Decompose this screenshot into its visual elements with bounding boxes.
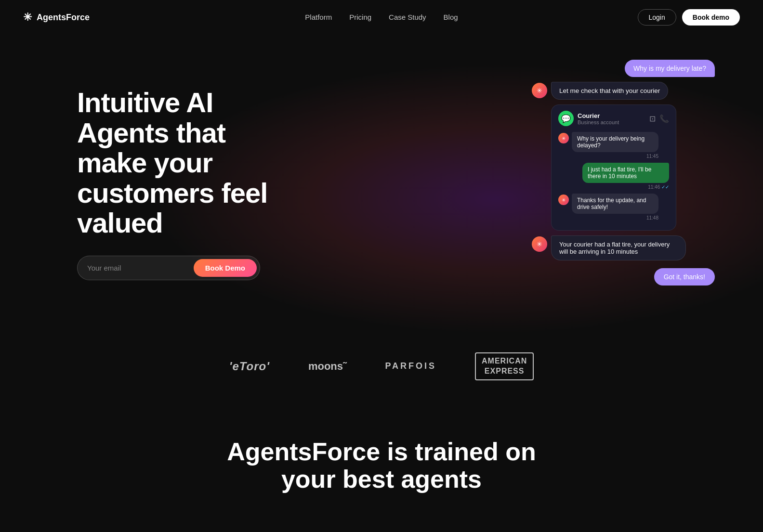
agent-row-1: ✳ Let me check that with your courier xyxy=(532,82,715,100)
whatsapp-name: Courier xyxy=(578,112,619,119)
hero-content: Intuitive AI Agents that make your custo… xyxy=(0,88,299,280)
login-button[interactable]: Login xyxy=(638,9,676,26)
msg-avatar-q2: ✳ xyxy=(558,195,569,205)
msg-time-q1: 11:45 xyxy=(572,154,658,159)
tick-icon: ✓✓ xyxy=(661,184,669,190)
nav-case-study[interactable]: Case Study xyxy=(389,13,426,21)
whatsapp-avatar: 💬 xyxy=(558,111,574,126)
msg-row-a1: I just had a flat tire, I'll be there in… xyxy=(558,163,669,190)
agent-bubble-2: Your courier had a flat tire, your deliv… xyxy=(551,235,686,260)
logo-etoro: 'eToro' xyxy=(229,360,270,373)
bottom-section: AgentsForce is trained on your best agen… xyxy=(0,409,763,503)
nav-actions: Login Book demo xyxy=(638,9,740,26)
hero-section: Intuitive AI Agents that make your custo… xyxy=(0,35,763,333)
navbar: ✳ AgentsForce Platform Pricing Case Stud… xyxy=(0,0,763,35)
whatsapp-sub: Business account xyxy=(578,119,619,125)
msg-bubble-q1: Why is your delivery being delayed? xyxy=(572,132,658,152)
msg-avatar-q1: ✳ xyxy=(558,133,569,143)
agent-bubble-1: Let me check that with your courier xyxy=(551,82,668,100)
brand-name: AgentsForce xyxy=(37,13,90,23)
msg-bubble-a1: I just had a flat tire, I'll be there in… xyxy=(582,163,669,183)
email-form: Book Demo xyxy=(77,256,260,280)
logo-moons: moons˜ xyxy=(308,360,346,373)
agent-avatar-2: ✳ xyxy=(532,236,547,252)
nav-links: Platform Pricing Case Study Blog xyxy=(305,13,458,22)
hero-title: Intuitive AI Agents that make your custo… xyxy=(77,88,299,238)
phone-icon: 📞 xyxy=(659,114,669,123)
agent-row-2: ✳ Your courier had a flat tire, your del… xyxy=(532,235,715,260)
nav-blog[interactable]: Blog xyxy=(444,13,458,21)
whatsapp-header-left: 💬 Courier Business account xyxy=(558,111,619,126)
user-bubble-1: Why is my delivery late? xyxy=(625,60,715,77)
book-demo-nav-button[interactable]: Book demo xyxy=(682,9,740,26)
agent-avatar-1: ✳ xyxy=(532,83,547,98)
logo-amex: AMERICANEXPRESS xyxy=(475,352,534,380)
bottom-title: AgentsForce is trained on your best agen… xyxy=(213,438,550,493)
chat-widget: Why is my delivery late? ✳ Let me check … xyxy=(532,60,715,285)
msg-time-a1: 11:46 ✓✓ xyxy=(582,184,669,190)
msg-row-q2: ✳ Thanks for the update, and drive safel… xyxy=(558,194,669,221)
whatsapp-card: 💬 Courier Business account ⊡ 📞 ✳ Why is … xyxy=(551,104,676,231)
logo-parfois: PARFOIS xyxy=(385,361,436,371)
brand-logo[interactable]: ✳ AgentsForce xyxy=(23,11,90,24)
book-demo-hero-button[interactable]: Book Demo xyxy=(194,259,257,277)
msg-bubble-q2: Thanks for the update, and drive safely! xyxy=(572,194,658,214)
nav-pricing[interactable]: Pricing xyxy=(349,13,371,21)
whatsapp-icons: ⊡ 📞 xyxy=(649,114,669,123)
msg-time-q2: 11:48 xyxy=(572,215,658,221)
user-bubble-2: Got it, thanks! xyxy=(654,268,715,285)
nav-platform[interactable]: Platform xyxy=(305,13,332,21)
whatsapp-header: 💬 Courier Business account ⊡ 📞 xyxy=(558,111,669,126)
logos-section: 'eToro' moons˜ PARFOIS AMERICANEXPRESS xyxy=(0,333,763,409)
logo-icon: ✳ xyxy=(23,11,32,24)
video-icon: ⊡ xyxy=(649,114,656,123)
email-input[interactable] xyxy=(87,264,190,272)
msg-row-q1: ✳ Why is your delivery being delayed? 11… xyxy=(558,132,669,159)
